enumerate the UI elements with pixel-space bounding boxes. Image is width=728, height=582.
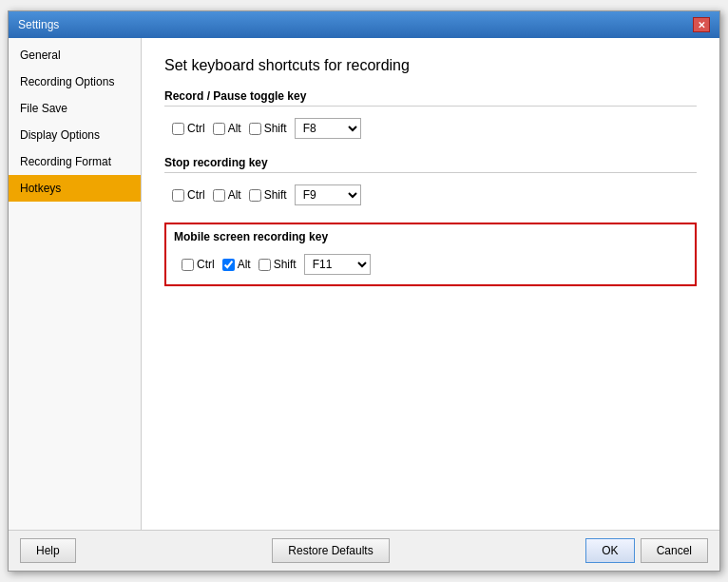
record-pause-shift-checkbox[interactable] (249, 123, 261, 135)
mobile-shift-group: Shift (259, 258, 297, 271)
record-pause-ctrl-checkbox[interactable] (172, 123, 184, 135)
record-pause-section: Record / Pause toggle key Ctrl Alt Shift (164, 89, 697, 143)
sidebar-item-recording-options[interactable]: Recording Options (9, 68, 141, 95)
cancel-button[interactable]: Cancel (641, 538, 708, 563)
record-pause-alt-group: Alt (213, 122, 241, 135)
record-pause-ctrl-group: Ctrl (172, 122, 205, 135)
record-pause-alt-checkbox[interactable] (213, 123, 225, 135)
stop-shift-label: Shift (264, 188, 287, 202)
record-pause-ctrl-label: Ctrl (187, 122, 205, 135)
sidebar-item-hotkeys[interactable]: Hotkeys (9, 175, 141, 202)
restore-defaults-button[interactable]: Restore Defaults (272, 538, 389, 563)
mobile-shift-checkbox[interactable] (259, 259, 271, 271)
stop-ctrl-label: Ctrl (187, 188, 205, 202)
stop-alt-label: Alt (228, 188, 241, 202)
record-pause-header: Record / Pause toggle key (164, 89, 697, 107)
sidebar-item-display-options[interactable]: Display Options (9, 122, 141, 148)
record-pause-alt-label: Alt (228, 122, 241, 135)
stop-shift-group: Shift (249, 188, 287, 202)
sidebar-item-recording-format[interactable]: Recording Format (9, 148, 141, 175)
mobile-key-select[interactable]: F11 F1F2F3F4 F5F6F7F8 F9F10F12 (304, 254, 371, 275)
title-bar: Settings ✕ (9, 11, 719, 38)
mobile-ctrl-group: Ctrl (182, 258, 215, 271)
window-title: Settings (18, 18, 59, 31)
stop-alt-checkbox[interactable] (213, 189, 225, 202)
record-pause-row: Ctrl Alt Shift F8 F1F2F3F4 F5F6F7 F9 (164, 114, 697, 143)
mobile-ctrl-checkbox[interactable] (182, 259, 194, 271)
stop-ctrl-group: Ctrl (172, 188, 205, 202)
sidebar-item-general[interactable]: General (9, 42, 141, 68)
title-bar-buttons: ✕ (693, 17, 710, 32)
mobile-header: Mobile screen recording key (174, 230, 687, 246)
help-button[interactable]: Help (20, 538, 76, 563)
stop-row: Ctrl Alt Shift F9 F1F2F3F4 F5F6F7F8 (164, 181, 697, 209)
stop-key-select[interactable]: F9 F1F2F3F4 F5F6F7F8 F10F11F12 (295, 184, 361, 205)
record-pause-shift-label: Shift (264, 122, 287, 135)
sidebar-item-file-save[interactable]: File Save (9, 95, 141, 122)
record-pause-key-select[interactable]: F8 F1F2F3F4 F5F6F7 F9F10F11F12 (295, 118, 361, 139)
mobile-alt-group: Alt (222, 258, 251, 271)
stop-header: Stop recording key (164, 156, 697, 173)
ok-button[interactable]: OK (585, 538, 634, 563)
sidebar: General Recording Options File Save Disp… (9, 38, 142, 530)
mobile-alt-label: Alt (238, 258, 251, 271)
footer: Help Restore Defaults OK Cancel (9, 530, 719, 571)
mobile-section: Mobile screen recording key Ctrl Alt Shi… (164, 223, 697, 286)
close-button[interactable]: ✕ (693, 17, 710, 32)
footer-right-buttons: OK Cancel (585, 538, 708, 563)
page-title: Set keyboard shortcuts for recording (164, 57, 697, 74)
main-panel: Set keyboard shortcuts for recording Rec… (142, 38, 719, 530)
stop-shift-checkbox[interactable] (249, 189, 261, 202)
mobile-alt-checkbox[interactable] (222, 259, 235, 271)
settings-window: Settings ✕ General Recording Options Fil… (8, 10, 720, 572)
mobile-ctrl-label: Ctrl (197, 258, 215, 271)
mobile-row: Ctrl Alt Shift F11 F1F2F3F4 F5F6F7F8 (174, 250, 687, 279)
record-pause-shift-group: Shift (249, 122, 287, 135)
content-area: General Recording Options File Save Disp… (9, 38, 719, 530)
stop-section: Stop recording key Ctrl Alt Shift (164, 156, 697, 209)
mobile-shift-label: Shift (274, 258, 297, 271)
stop-ctrl-checkbox[interactable] (172, 189, 184, 202)
stop-alt-group: Alt (213, 188, 241, 202)
